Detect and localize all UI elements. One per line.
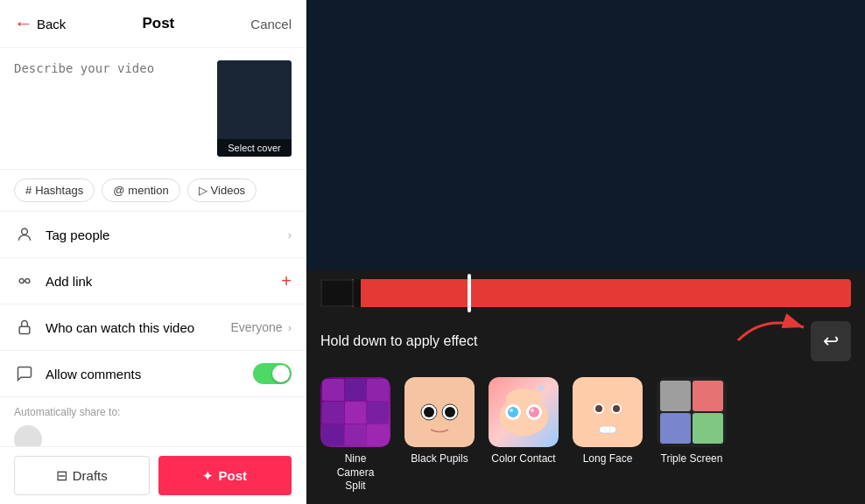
chevron-right-icon-2: › (288, 321, 292, 334)
red-arrow-annotation (729, 305, 817, 349)
allow-comments-item[interactable]: Allow comments (0, 351, 306, 397)
svg-point-2 (25, 279, 30, 284)
progress-handle[interactable] (468, 274, 471, 312)
tag-people-label: Tag people (46, 228, 288, 242)
who-can-watch-item[interactable]: Who can watch this video Everyone › (0, 304, 306, 351)
back-arrow-icon: ← (14, 12, 33, 35)
effect-long-face-thumb (573, 377, 643, 447)
hold-row: Hold down to apply effect ↩ (306, 314, 865, 370)
effect-nine-camera-thumb (320, 377, 390, 447)
drafts-icon: ⊟ (56, 467, 67, 484)
effect-triple-screen-label: Triple Screen (661, 452, 723, 466)
svg-point-19 (531, 409, 534, 412)
effect-triple-screen[interactable]: Triple Screen (657, 377, 727, 494)
progress-track[interactable] (320, 279, 851, 307)
add-link-label: Add link (46, 274, 281, 289)
hashtag-icon: # (25, 184, 32, 197)
play-icon: ▷ (199, 184, 207, 197)
svg-point-0 (22, 228, 28, 234)
svg-point-11 (445, 407, 455, 417)
effect-black-pupils-label: Black Pupils (411, 452, 468, 466)
cover-thumbnail[interactable]: Select cover (217, 60, 292, 157)
at-icon: @ (113, 184, 124, 197)
who-can-watch-label: Who can watch this video (46, 320, 231, 335)
person-icon (14, 224, 35, 245)
effect-nine-camera[interactable]: NineCameraSplit (320, 377, 390, 494)
svg-point-17 (529, 407, 539, 417)
effect-long-face-label: Long Face (583, 452, 633, 466)
tag-people-item[interactable]: Tag people › (0, 212, 306, 258)
toggle-knob (272, 365, 290, 382)
description-area: Select cover (0, 48, 306, 170)
plus-icon: + (281, 271, 292, 291)
hold-text: Hold down to apply effect (320, 333, 477, 349)
back-button[interactable]: ← Back (14, 12, 66, 35)
pill-mention[interactable]: @ mention (102, 178, 179, 202)
bottom-bar: ⊟ Drafts ✦ Post (0, 446, 306, 504)
sparkle-icon: ✦ (202, 469, 213, 483)
svg-rect-28 (599, 426, 616, 433)
description-input[interactable] (14, 60, 207, 157)
effect-color-contact-label: Color Contact (491, 452, 555, 466)
effect-black-pupils[interactable]: Black Pupils (404, 377, 475, 494)
svg-point-27 (613, 405, 620, 412)
effect-color-contact[interactable]: Color Contact (489, 377, 559, 494)
svg-point-10 (424, 407, 434, 417)
cover-thumb-label: Select cover (217, 139, 292, 157)
effect-color-contact-thumb (489, 377, 559, 447)
page-title: Post (142, 15, 174, 32)
allow-comments-toggle[interactable] (253, 363, 292, 384)
auto-share-label: Automatically share to: (14, 406, 292, 418)
effect-long-face[interactable]: Long Face (573, 377, 643, 494)
header: ← Back Post Cancel (0, 0, 306, 48)
pill-videos[interactable]: ▷ Videos (187, 178, 257, 202)
allow-comments-label: Allow comments (46, 367, 253, 382)
right-panel: Hold down to apply effect ↩ (306, 0, 865, 504)
pill-mention-label: mention (128, 184, 168, 197)
svg-point-18 (510, 409, 513, 412)
cancel-button[interactable]: Cancel (250, 17, 292, 32)
drafts-button[interactable]: ⊟ Drafts (14, 456, 150, 495)
video-preview (306, 0, 865, 270)
effects-panel: Hold down to apply effect ↩ (306, 270, 865, 504)
lock-icon (14, 317, 35, 338)
svg-point-16 (508, 407, 518, 417)
left-panel: ← Back Post Cancel Select cover # Hashta… (0, 0, 306, 504)
effect-black-pupils-thumb (404, 377, 475, 447)
svg-point-26 (595, 405, 602, 412)
chevron-right-icon: › (288, 228, 292, 242)
post-button[interactable]: ✦ Post (158, 456, 292, 495)
pill-hashtags-label: Hashtags (35, 184, 83, 197)
effect-triple-screen-thumb (657, 377, 727, 447)
tag-pills-bar: # Hashtags @ mention ▷ Videos (0, 170, 306, 212)
link-icon (14, 270, 35, 291)
progress-thumb-box (320, 279, 354, 307)
drafts-label: Drafts (73, 468, 108, 483)
who-can-watch-value-group: Everyone › (231, 320, 292, 334)
comment-icon (14, 363, 35, 384)
pill-hashtags[interactable]: # Hashtags (14, 178, 95, 202)
add-link-item[interactable]: Add link + (0, 258, 306, 304)
back-label: Back (37, 17, 66, 32)
post-label: Post (218, 468, 247, 483)
undo-icon: ↩ (823, 330, 839, 353)
effects-row: NineCameraSplit Black Pupils (306, 370, 865, 504)
who-can-watch-value: Everyone (231, 320, 283, 334)
svg-point-1 (19, 279, 24, 284)
svg-rect-4 (19, 326, 30, 333)
effect-nine-camera-label: NineCameraSplit (337, 452, 375, 494)
pill-videos-label: Videos (211, 184, 246, 197)
